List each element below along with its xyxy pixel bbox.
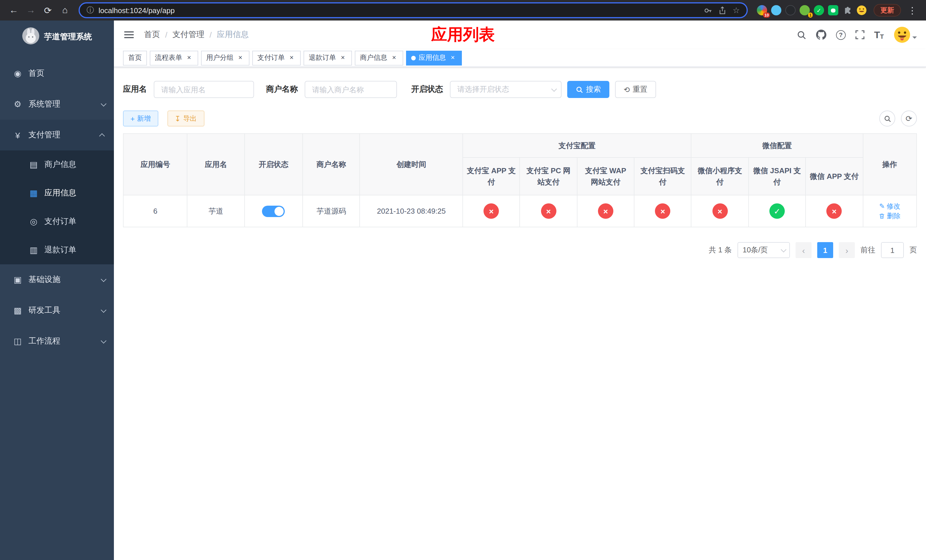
app-name-input[interactable] [154,81,254,98]
tab-user-group[interactable]: 用户分组 × [201,50,250,65]
tab-home[interactable]: 首页 [123,50,147,65]
sidebar-item-label: 商户信息 [44,159,76,170]
sidebar-item-merchant-info[interactable]: ▤ 商户信息 [0,150,114,179]
sidebar-item-label: 研发工具 [29,305,61,316]
goto-page-input[interactable] [881,242,904,258]
sidebar-item-infrastructure[interactable]: ▣ 基础设施 [0,264,114,295]
merchant-name-label: 商户名称 [266,84,298,95]
sidebar-item-dev-tools[interactable]: ▩ 研发工具 [0,295,114,326]
tab-merchant-info[interactable]: 商户信息 × [355,50,403,65]
col-merchant-name: 商户名称 [303,133,360,195]
chevron-down-icon [781,247,787,252]
prev-page-button[interactable]: ‹ [796,242,811,258]
tools-icon: ▩ [11,305,24,316]
breadcrumb-home[interactable]: 首页 [144,30,160,40]
tab-process-form[interactable]: 流程表单 × [150,50,198,65]
config-status-icon: × [827,203,842,219]
github-icon[interactable] [816,30,826,40]
close-icon[interactable]: × [390,54,398,62]
refresh-button[interactable]: ⟳ [901,110,917,127]
cell-created-at: 2021-10-23 08:49:25 [360,195,463,227]
browser-back-button[interactable]: ← [6,2,22,18]
reset-button[interactable]: ⟲ 重置 [615,81,656,98]
extension-icon[interactable]: 10 [757,5,767,15]
plus-icon: + [130,115,135,122]
close-icon[interactable]: × [185,54,193,62]
font-size-icon[interactable]: TT [874,30,884,39]
sidebar-logo-row[interactable]: 芋道管理系统 [0,21,114,53]
toggle-search-button[interactable] [879,110,895,127]
key-icon[interactable] [704,6,713,15]
breadcrumb-separator: / [165,30,168,39]
col-alipay-app: 支付宝 APP 支付 [463,157,520,195]
address-bar[interactable]: ⓘ localhost:1024/pay/app ☆ [79,2,748,18]
tab-payment-orders[interactable]: 支付订单 × [252,50,301,65]
tab-label: 退款订单 [309,53,336,63]
page-number-button[interactable]: 1 [817,242,833,258]
extension-icon[interactable] [785,5,796,15]
tab-refund-orders[interactable]: 退款订单 × [304,50,352,65]
page-size-select[interactable]: 10条/页 [737,242,790,258]
browser-home-button[interactable]: ⌂ [57,2,73,18]
help-icon[interactable]: ? [836,30,846,39]
table-row: 6 芋道 芋道源码 2021-10-23 08:49:25 × × × × × [123,195,917,227]
search-icon[interactable] [797,30,806,39]
bookmark-star-icon[interactable]: ☆ [733,6,740,15]
top-navbar: 首页 / 支付管理 / 应用信息 应用列表 ? [114,21,926,49]
sidebar-item-refund-orders[interactable]: ▥ 退款订单 [0,236,114,264]
extension-icon[interactable]: 1 [800,5,810,15]
close-icon[interactable]: × [339,54,347,62]
fullscreen-icon[interactable] [855,30,864,39]
status-toggle[interactable] [262,205,285,217]
order-icon: ◎ [27,216,40,227]
browser-forward-button[interactable]: → [23,2,39,18]
share-icon[interactable] [719,6,727,15]
user-avatar[interactable] [894,26,917,43]
col-wx-lite: 微信小程序支付 [691,157,749,195]
export-button[interactable]: ↧ 导出 [167,110,204,127]
extension-icon[interactable] [771,5,781,15]
cell-app-id: 6 [123,195,188,227]
sidebar-item-label: 首页 [29,68,44,79]
edit-icon: ✎ [879,202,885,210]
sidebar-item-app-info[interactable]: ▦ 应用信息 [0,179,114,207]
browser-reload-button[interactable]: ⟳ [40,2,56,18]
add-button[interactable]: + 新增 [123,110,158,127]
close-icon[interactable]: × [236,54,244,62]
close-icon[interactable]: × [449,54,457,62]
sidebar-item-payment[interactable]: ¥ 支付管理 [0,120,114,150]
extension-badge: 10 [763,12,770,18]
extension-badge: 1 [808,12,813,18]
puzzle-icon[interactable] [842,5,853,15]
config-status-icon: ✓ [769,203,785,219]
wechat-extension-icon[interactable] [828,5,838,15]
col-created-at: 创建时间 [360,133,463,195]
config-status-icon: × [541,203,556,219]
browser-update-button[interactable]: 更新 [874,4,901,17]
sidebar-collapse-icon[interactable] [123,29,135,41]
close-icon[interactable]: × [287,54,295,62]
search-button-label: 搜索 [586,84,601,95]
sidebar: 芋道管理系统 ◉ 首页 ⚙ 系统管理 ¥ 支付管理 ▤ [0,21,114,560]
breadcrumb-payment[interactable]: 支付管理 [172,30,204,40]
profile-avatar-icon[interactable] [856,5,867,15]
browser-menu-icon[interactable]: ⋮ [904,2,920,18]
site-info-icon[interactable]: ⓘ [86,5,94,15]
edit-link[interactable]: ✎ 修改 [879,201,900,211]
dashboard-icon: ◉ [11,68,24,79]
sidebar-item-workflow[interactable]: ◫ 工作流程 [0,326,114,357]
next-page-button[interactable]: › [839,242,855,258]
trash-icon [879,213,885,219]
status-select[interactable]: 请选择开启状态 [450,81,561,98]
col-wx-jsapi: 微信 JSAPI 支付 [749,157,806,195]
sidebar-item-payment-orders[interactable]: ◎ 支付订单 [0,207,114,236]
extension-icon[interactable]: ✓ [814,5,824,15]
active-dot-icon [411,56,416,60]
tab-app-info[interactable]: 应用信息 × [406,50,462,65]
delete-link[interactable]: 删除 [879,211,901,221]
sidebar-item-system[interactable]: ⚙ 系统管理 [0,89,114,120]
search-button[interactable]: 搜索 [567,81,609,98]
chevron-down-icon [101,276,106,282]
sidebar-item-home[interactable]: ◉ 首页 [0,58,114,89]
merchant-name-input[interactable] [305,81,397,98]
